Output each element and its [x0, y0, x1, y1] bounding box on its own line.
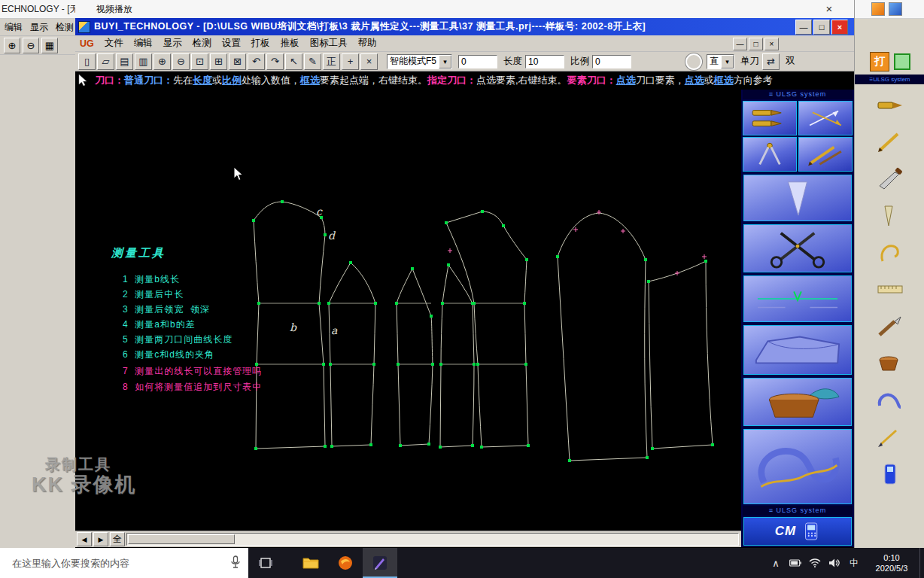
ime-indicator[interactable]: 中 [844, 548, 864, 578]
menu-icon-tools[interactable]: 图标工具 [310, 37, 348, 50]
search-input[interactable] [11, 557, 224, 570]
pen-chip-icon[interactable] [871, 2, 885, 16]
chisel-tool-icon[interactable] [869, 312, 911, 342]
basket-tool-icon[interactable] [869, 348, 911, 379]
green-tool-button[interactable] [894, 53, 910, 70]
tape-measure-panel[interactable] [743, 429, 852, 504]
menu-settings[interactable]: 设置 [222, 37, 241, 50]
video-close-button[interactable]: × [818, 0, 840, 18]
chevron-down-icon[interactable]: ▾ [721, 55, 734, 68]
ratio-input[interactable] [592, 55, 631, 68]
menu-grading[interactable]: 推板 [281, 37, 299, 50]
prompt-seg: 刀口： [95, 74, 124, 87]
taskbar-search[interactable] [0, 548, 248, 578]
menu-check[interactable]: 检测 [193, 37, 211, 50]
wifi-icon[interactable] [805, 548, 825, 578]
taskbar-clock[interactable]: 0:10 2020/5/3 [864, 552, 919, 573]
taskbar-file-explorer[interactable] [293, 548, 328, 578]
scrollbar-thumb[interactable] [128, 534, 235, 544]
awl-tool-panel[interactable] [743, 175, 852, 221]
show-desktop-button[interactable] [919, 548, 924, 578]
pen-tool-icon[interactable] [869, 127, 911, 157]
mdi-close-button[interactable]: × [764, 38, 779, 50]
undo-icon[interactable]: ↶ [248, 53, 265, 70]
circle-tool-icon[interactable] [685, 53, 702, 70]
scroll-left-button[interactable]: ◀ [77, 532, 92, 546]
zoom-out-icon[interactable]: ⊖ [23, 38, 39, 53]
align-icon[interactable]: 正 [323, 53, 340, 70]
cm-unit-button[interactable]: CM [743, 517, 852, 546]
print-icon[interactable]: ▥ [135, 53, 152, 70]
zoom-all-icon[interactable]: ⊞ [210, 53, 227, 70]
double-knife-label[interactable]: 双 [786, 55, 795, 68]
multiply-icon[interactable]: × [360, 53, 378, 70]
bullet-tools-button[interactable] [743, 101, 797, 135]
speaker-icon[interactable] [825, 548, 844, 578]
notch-tool-panel[interactable] [743, 275, 852, 322]
battery-icon[interactable] [786, 548, 805, 578]
zoom-out-icon[interactable]: ⊖ [172, 53, 190, 70]
pattern-panel-1 [397, 269, 433, 446]
arrow-tools-button[interactable] [798, 101, 853, 135]
open-icon[interactable]: ▱ [97, 53, 114, 70]
new-icon[interactable]: ▯ [78, 53, 96, 70]
taskbar-app-cad[interactable] [363, 548, 397, 578]
menu-help[interactable]: 帮助 [358, 37, 377, 50]
scissors-tool-panel[interactable] [743, 224, 852, 272]
close-button[interactable]: × [831, 20, 848, 35]
menu-edit[interactable]: 编辑 [134, 37, 153, 50]
bg-menu-edit[interactable]: 编辑 [5, 19, 23, 35]
single-knife-label[interactable]: 单刀 [740, 55, 759, 68]
pattern-piece-panel[interactable] [743, 325, 852, 375]
system-tray: ∧ 中 0:10 2020/5/3 [766, 548, 924, 578]
note-3: 3 测量后领宽 领深 [123, 303, 210, 316]
basket-tool-panel[interactable] [743, 378, 852, 426]
zoom-in-icon[interactable]: ⊕ [153, 53, 171, 70]
bg-menu-view[interactable]: 显示 [30, 19, 48, 35]
hook-tool-icon[interactable] [869, 238, 911, 268]
pan-icon[interactable]: ⊠ [229, 53, 246, 70]
mode-combo[interactable]: 智能模式F5 ▾ [387, 54, 452, 69]
grid-icon[interactable]: ▦ [41, 38, 58, 53]
length-input[interactable] [525, 55, 564, 68]
pen-icon[interactable]: ✎ [304, 53, 321, 70]
save-icon[interactable]: ▤ [116, 53, 133, 70]
chevron-down-icon[interactable]: ▾ [439, 55, 451, 68]
scrollbar-track[interactable] [126, 533, 739, 546]
zoom-in-icon[interactable]: ⊕ [4, 38, 20, 53]
drawing-canvas[interactable]: 测量工具 1 测量b线长 2 测量后中长 3 测量后领宽 领深 4 测量a和b的… [75, 90, 741, 531]
value-input[interactable] [458, 55, 497, 68]
scroll-right-button[interactable]: ▶ [93, 532, 108, 546]
board-chip-icon[interactable] [889, 2, 902, 16]
task-view-button[interactable] [248, 548, 283, 578]
select-arrow-icon[interactable]: ↖ [285, 53, 302, 70]
menu-pattern[interactable]: 打板 [251, 37, 270, 50]
tray-chevron-icon[interactable]: ∧ [766, 548, 786, 578]
fit-all-button[interactable]: 全 [110, 532, 125, 546]
menu-file[interactable]: 文件 [105, 37, 123, 50]
knife-tool-icon[interactable] [869, 164, 911, 194]
compass-tool-button[interactable] [743, 137, 797, 172]
redo-icon[interactable]: ↷ [266, 53, 284, 70]
zoom-window-icon[interactable]: ⊡ [191, 53, 208, 70]
mdi-restore-button[interactable]: □ [749, 38, 763, 50]
minimize-button[interactable]: — [795, 20, 812, 35]
swap-icon[interactable]: ⇄ [762, 53, 780, 70]
taskbar-app-orange[interactable] [328, 548, 363, 578]
bullet-tool-icon[interactable] [869, 90, 911, 120]
bg-menu-check[interactable]: 检测 [56, 19, 74, 35]
awl-tool-icon[interactable] [869, 201, 911, 231]
menu-ug[interactable]: UG [80, 38, 94, 49]
menu-view[interactable]: 显示 [163, 37, 182, 50]
plus-icon[interactable]: + [342, 53, 359, 70]
pattern-tag-button[interactable]: 打 [870, 52, 889, 71]
microphone-icon[interactable] [230, 555, 241, 569]
restore-button[interactable]: □ [813, 20, 830, 35]
pen-tools-button[interactable] [798, 137, 853, 172]
brush-tool-icon[interactable] [869, 422, 911, 452]
phone-tool-icon[interactable] [869, 459, 911, 489]
ruler-tool-icon[interactable] [869, 275, 911, 305]
tape-tool-icon[interactable] [869, 385, 911, 415]
mdi-minimize-button[interactable]: — [733, 38, 747, 50]
direction-combo[interactable]: 直 ▾ [707, 54, 734, 69]
